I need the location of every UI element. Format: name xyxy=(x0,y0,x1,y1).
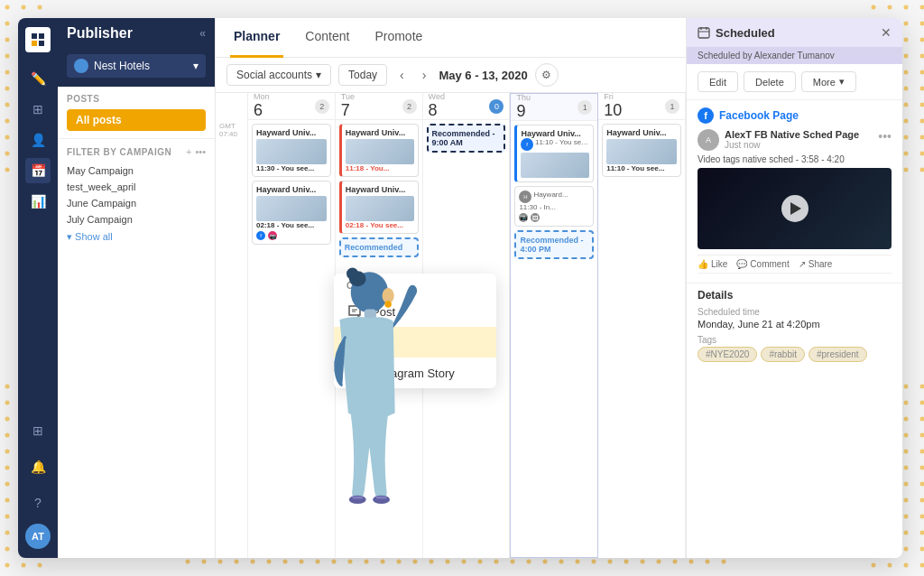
nav-grid2-icon[interactable]: ⊞ xyxy=(25,418,51,443)
scheduled-title: Scheduled xyxy=(698,26,775,40)
mon-badge: 2 xyxy=(315,99,329,114)
filter-more-icon[interactable]: ••• xyxy=(195,146,206,157)
details-section: Details Scheduled time Monday, June 21 a… xyxy=(687,283,902,373)
scheduled-time-row: Scheduled time Monday, June 21 at 4:20pm xyxy=(698,307,892,330)
all-posts-btn[interactable]: All posts xyxy=(67,109,206,131)
post-card[interactable]: Hayward Univ... 02:18 - You see... xyxy=(339,181,419,234)
pin-menu-label: Pin xyxy=(372,336,389,349)
campaign-item[interactable]: June Campaign xyxy=(67,195,206,211)
social-accounts-label: Social accounts xyxy=(236,69,312,81)
sidebar-title: Publisher xyxy=(67,25,133,42)
filter-plus-icon[interactable]: + xyxy=(186,146,191,157)
context-menu: CREATE Post xyxy=(334,274,496,388)
play-button[interactable] xyxy=(781,195,808,222)
cam-icon: 📷 xyxy=(519,213,528,222)
author-time: Just now xyxy=(725,140,873,150)
post-description: Video tags native sched - 3:58 - 4:20 xyxy=(698,154,892,164)
tag-badge[interactable]: #president xyxy=(808,347,867,362)
instagram-icon xyxy=(346,365,363,381)
nav-grid-icon[interactable]: ⊞ xyxy=(25,97,51,122)
nav-user-icon[interactable]: 👤 xyxy=(25,127,51,153)
tab-planner[interactable]: Planner xyxy=(230,18,283,58)
fb-icon-small: f xyxy=(256,231,265,240)
nav-help-icon[interactable]: ? xyxy=(25,490,51,516)
campaign-item[interactable]: test_week_april xyxy=(67,179,206,195)
context-menu-post[interactable]: Post xyxy=(334,296,496,327)
svg-rect-3 xyxy=(39,41,44,46)
main-content: Planner Content Promote Social accounts … xyxy=(216,18,686,558)
author-avatar: A xyxy=(698,129,719,151)
recommended-slot-tue[interactable]: Recommended xyxy=(339,237,419,257)
wed-badge: 0 xyxy=(489,99,504,114)
top-bar: Planner Content Promote xyxy=(216,18,686,58)
social-accounts-btn[interactable]: Social accounts ▾ xyxy=(226,64,331,86)
like-icon: 👍 xyxy=(698,259,708,269)
tag-badge[interactable]: #NYE2020 xyxy=(698,347,757,362)
post-card-row2: H Hayward... xyxy=(519,190,589,203)
author-more-icon[interactable]: ••• xyxy=(878,129,892,144)
tag-badge[interactable]: #rabbit xyxy=(761,347,805,362)
hayward-icon: H xyxy=(519,190,531,203)
filter-section: FILTER BY CAMPAIGN + ••• May Campaign te… xyxy=(58,139,215,250)
comment-icon: 💬 xyxy=(736,259,747,269)
next-week-btn[interactable]: › xyxy=(417,66,432,84)
nav-chart-icon[interactable]: 📊 xyxy=(25,189,51,214)
post-card[interactable]: Hayward Univ... 11:18 - You... xyxy=(339,124,419,177)
context-menu-header: CREATE xyxy=(334,274,496,296)
post-card-thu2[interactable]: H Hayward... 11:30 - In... 📷 🖼 xyxy=(514,186,594,227)
prev-week-btn[interactable]: ‹ xyxy=(394,66,410,84)
svg-rect-1 xyxy=(39,33,44,39)
campaign-item[interactable]: July Campaign xyxy=(67,211,206,228)
fb-page-section: f Facebook Page A AlexT FB Native Sched … xyxy=(687,100,902,283)
tags-row-container: Tags #NYE2020 #rabbit #president xyxy=(698,335,892,362)
calendar-settings-btn[interactable]: ⚙ xyxy=(535,63,559,87)
app-container: ✏️ ⊞ 👤 📅 📊 ⊞ 🔔 ? AT Publisher « Nest Hot… xyxy=(18,18,902,558)
pin-icon xyxy=(346,334,363,350)
fb-page-label: f Facebook Page xyxy=(698,107,892,124)
context-menu-story[interactable]: Instagram Story xyxy=(334,358,496,388)
context-menu-pin[interactable]: Pin xyxy=(334,327,496,358)
comment-btn[interactable]: 💬 Comment xyxy=(736,259,789,269)
post-card[interactable]: Hayward Univ... 02:18 - You see... f 📷 xyxy=(252,181,331,245)
post-icon xyxy=(346,303,363,320)
post-card-thu1[interactable]: Hayward Univ... f 11:10 - You see... xyxy=(514,125,594,182)
calendar-grid: GMT 07:40 Mon 6 2 Hayward Univ... xyxy=(216,93,686,558)
delete-btn[interactable]: Delete xyxy=(744,71,796,92)
tab-promote[interactable]: Promote xyxy=(371,18,426,58)
cal-day-fri: Fri 10 1 Hayward Univ... 11:10 - You see… xyxy=(598,93,686,558)
social-chevron-icon: ▾ xyxy=(316,69,321,81)
ig-icon-small: 📷 xyxy=(268,231,277,240)
video-thumbnail xyxy=(698,168,892,249)
more-btn[interactable]: More ▾ xyxy=(801,71,856,92)
hotel-icon xyxy=(74,59,88,73)
edit-btn[interactable]: Edit xyxy=(698,71,738,92)
panel-close-btn[interactable]: ✕ xyxy=(881,25,892,40)
tags-row: #NYE2020 #rabbit #president xyxy=(698,347,892,362)
sidebar-collapse-btn[interactable]: « xyxy=(199,27,206,40)
recommended-slot-thu[interactable]: Recommended - 4:00 PM xyxy=(514,230,594,259)
share-btn[interactable]: ↗ Share xyxy=(799,259,833,269)
post-card[interactable]: Hayward Univ... 11:30 - You see... xyxy=(252,124,331,177)
post-card-fri[interactable]: Hayward Univ... 11:10 - You see... xyxy=(602,124,681,177)
sidebar: Publisher « Nest Hotels ▾ POSTS All post… xyxy=(58,18,216,558)
cal-day-thu-header: Thu 9 1 xyxy=(511,94,597,121)
tab-content[interactable]: Content xyxy=(301,18,353,58)
nav-logo xyxy=(25,27,51,52)
nav-user-avatar[interactable]: AT xyxy=(25,524,51,549)
like-btn[interactable]: 👍 Like xyxy=(698,259,727,269)
today-btn[interactable]: Today xyxy=(338,64,387,86)
campaign-item[interactable]: May Campaign xyxy=(67,163,206,179)
fri-label: Fri 10 xyxy=(604,93,622,120)
cal-day-mon-body: Hayward Univ... 11:30 - You see... Haywa… xyxy=(248,120,335,558)
hotel-select-btn[interactable]: Nest Hotels ▾ xyxy=(67,54,206,78)
nav-bell-icon[interactable]: 🔔 xyxy=(25,454,51,479)
svg-rect-10 xyxy=(698,28,709,38)
nav-edit-icon[interactable]: ✏️ xyxy=(25,66,51,91)
share-label: Share xyxy=(808,259,833,269)
panel-actions: Edit Delete More ▾ xyxy=(687,64,902,100)
recommended-slot-wed[interactable]: Recommended - 9:00 AM xyxy=(427,124,506,153)
show-all-btn[interactable]: ▾ Show all xyxy=(67,231,206,243)
filter-header: FILTER BY CAMPAIGN + ••• xyxy=(67,146,206,157)
nav-calendar-icon[interactable]: 📅 xyxy=(25,158,51,183)
hotel-name: Nest Hotels xyxy=(94,60,150,72)
